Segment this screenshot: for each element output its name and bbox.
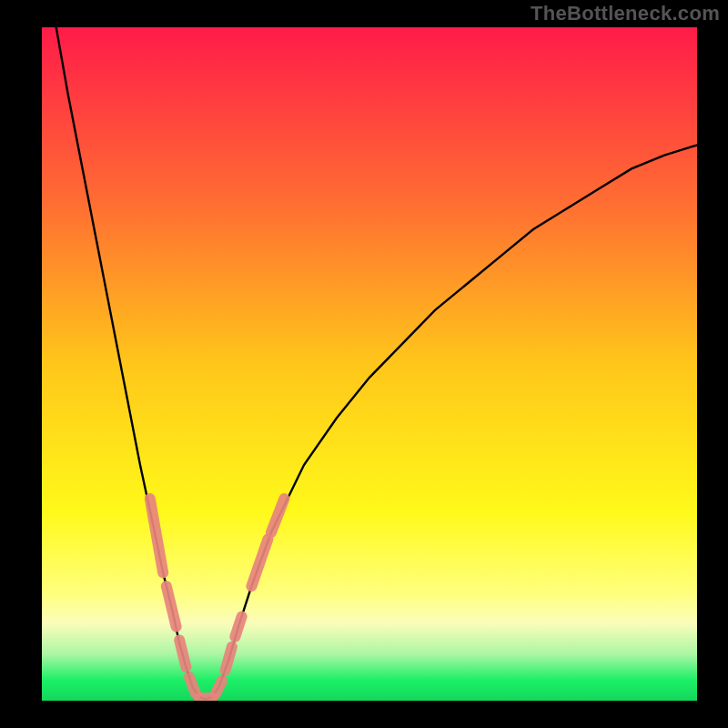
watermark-label: TheBottleneck.com bbox=[531, 2, 720, 25]
scatter-segment bbox=[226, 647, 232, 671]
chart-svg bbox=[42, 27, 697, 701]
figure-container: TheBottleneck.com bbox=[0, 0, 728, 728]
bottleneck-chart bbox=[42, 27, 697, 701]
scatter-segment bbox=[179, 640, 186, 667]
scatter-segment bbox=[216, 681, 222, 694]
scatter-segment bbox=[189, 677, 196, 694]
scatter-segment bbox=[235, 617, 241, 637]
chart-background bbox=[42, 27, 697, 701]
